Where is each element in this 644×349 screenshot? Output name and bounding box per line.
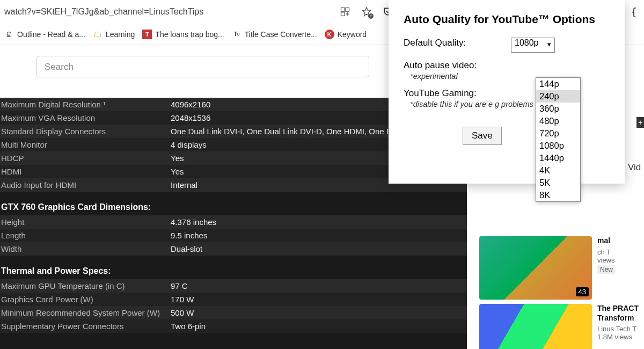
auto-pause-note: *experimental	[410, 72, 458, 81]
spec-value: 4 displays	[171, 140, 207, 149]
bookmark-learning[interactable]: 🗀Learning	[93, 30, 135, 39]
quality-option[interactable]: 480p	[536, 115, 580, 127]
spec-label: Audio Input for HDMI	[0, 180, 171, 190]
video-title: The PRACTTransform	[597, 304, 639, 323]
bookmark-titlecase[interactable]: TCTitle Case Converte...	[232, 30, 317, 39]
page-icon: 🗎	[4, 30, 14, 39]
view-count: views	[597, 256, 616, 264]
spec-value: 9.5 inches	[171, 231, 207, 240]
spec-label: Maximum Digital Resolution ¹	[0, 100, 171, 109]
spec-value: 97 C	[171, 281, 188, 290]
spec-label: Height	[0, 217, 171, 227]
spec-label: Maximum GPU Temperature (in C)	[0, 281, 171, 290]
svg-rect-2	[341, 12, 345, 16]
spec-value: 2048x1536	[171, 113, 210, 122]
quality-option[interactable]: 1080p	[536, 140, 580, 152]
t-icon: T	[142, 30, 152, 39]
svg-rect-1	[346, 8, 349, 12]
spec-label: Multi Monitor	[0, 140, 171, 149]
spec-label: HDCP	[0, 154, 171, 163]
new-badge: New	[597, 265, 616, 274]
section-dimensions: GTX 760 Graphics Card Dimensions:	[0, 192, 467, 215]
bookmark-keyword[interactable]: KKeyword	[325, 30, 367, 39]
video-thumbnail[interactable]: 43	[479, 236, 592, 300]
quality-option[interactable]: 1440p	[536, 152, 580, 164]
spec-value: 170 W	[171, 295, 194, 304]
search-input[interactable]: Search	[36, 56, 369, 77]
popup-title: Auto Quality for YouTube™ Options	[404, 13, 610, 26]
url-text[interactable]: watch?v=SKtEH_7lGJg&ab_channel=LinusTech…	[4, 7, 208, 17]
devtools-icon[interactable]: {	[628, 6, 640, 18]
auto-pause-label: Auto pause video:	[404, 60, 511, 71]
video-title: mal	[597, 236, 616, 246]
default-quality-select[interactable]: 1080p	[511, 38, 555, 53]
spec-value: 4.376 inches	[171, 217, 216, 227]
channel-name: ch T	[597, 248, 616, 256]
section-thermal: Thermal and Power Specs:	[0, 256, 467, 279]
save-button[interactable]: Save	[463, 127, 502, 145]
video-meta: malch TviewsNew	[597, 236, 616, 300]
spec-label: Graphics Card Power (W)	[0, 295, 171, 304]
channel-name: Linus Tech T	[597, 325, 639, 333]
spec-row: Supplementary Power ConnectorsTwo 6-pin	[0, 319, 467, 333]
spec-row: Graphics Card Power (W)170 W	[0, 293, 467, 306]
k-icon: K	[325, 30, 334, 39]
quality-option[interactable]: 360p	[536, 103, 580, 115]
spec-label: Minimum Recommended System Power (W)	[0, 308, 171, 317]
folder-icon: 🗀	[93, 30, 103, 39]
spec-value: One Dual Link DVI-I, One Dual Link DVI-D…	[171, 127, 404, 136]
quality-option[interactable]: 5K	[536, 177, 580, 189]
extensions-icon[interactable]	[339, 6, 351, 18]
gaming-note: *disable this if you are e g problems	[410, 100, 533, 108]
video-duration: 43	[576, 287, 589, 296]
spec-value: Two 6-pin	[171, 322, 206, 331]
spec-row: WidthDual-slot	[0, 242, 467, 256]
spec-value: 4096x2160	[171, 100, 210, 109]
spec-row: Length9.5 inches	[0, 229, 467, 242]
video-thumbnail[interactable]: 27:36	[479, 304, 592, 349]
default-quality-label: Default Quality:	[404, 38, 511, 48]
spec-label: Maximum VGA Resolution	[0, 113, 171, 122]
recommendation-item[interactable]: 27:36The PRACTTransformLinus Tech T1.8M …	[479, 304, 644, 349]
spec-label: Width	[0, 244, 171, 253]
bookmark-loans[interactable]: TThe loans trap bog...	[142, 30, 224, 39]
quality-option[interactable]: 240p	[536, 90, 580, 103]
spec-label: Length	[0, 231, 171, 240]
svg-rect-0	[341, 8, 345, 12]
spec-value: Yes	[171, 154, 184, 163]
quality-option[interactable]: 144p	[536, 78, 580, 90]
spec-row: Minimum Recommended System Power (W)500 …	[0, 306, 467, 319]
spec-label: Supplementary Power Connectors	[0, 322, 171, 331]
extension-popup: Auto Quality for YouTube™ Options Defaul…	[389, 0, 625, 184]
spec-row: Height4.376 inches	[0, 215, 467, 229]
gaming-label: YouTube Gaming:	[404, 88, 511, 99]
quality-options-list[interactable]: 144p240p360p480p720p1080p1440p4K5K8K	[536, 77, 581, 202]
spec-label: HDMI	[0, 167, 171, 176]
spec-value: 500 W	[171, 308, 194, 317]
quality-option[interactable]: 4K	[536, 164, 580, 177]
spec-row: Maximum GPU Temperature (in C)97 C	[0, 279, 467, 293]
quality-option[interactable]: 720p	[536, 127, 580, 140]
quality-option[interactable]: 8K	[536, 189, 580, 201]
spec-value: Internal	[171, 180, 197, 190]
recommendation-item[interactable]: 43malch TviewsNew	[479, 236, 644, 300]
video-recommendations: 43malch TviewsNew27:36The PRACTTransform…	[479, 236, 644, 349]
spec-value: Yes	[171, 167, 184, 176]
view-count: 1.8M views	[597, 333, 639, 341]
spec-value: Dual-slot	[171, 244, 202, 253]
video-meta: The PRACTTransformLinus Tech T1.8M views	[597, 304, 639, 349]
bookmark-outline[interactable]: 🗎Outline - Read & a...	[4, 30, 85, 39]
spec-label: Standard Display Connectors	[0, 127, 171, 136]
favorite-icon[interactable]: +	[361, 6, 372, 18]
tc-icon: TC	[232, 30, 241, 39]
